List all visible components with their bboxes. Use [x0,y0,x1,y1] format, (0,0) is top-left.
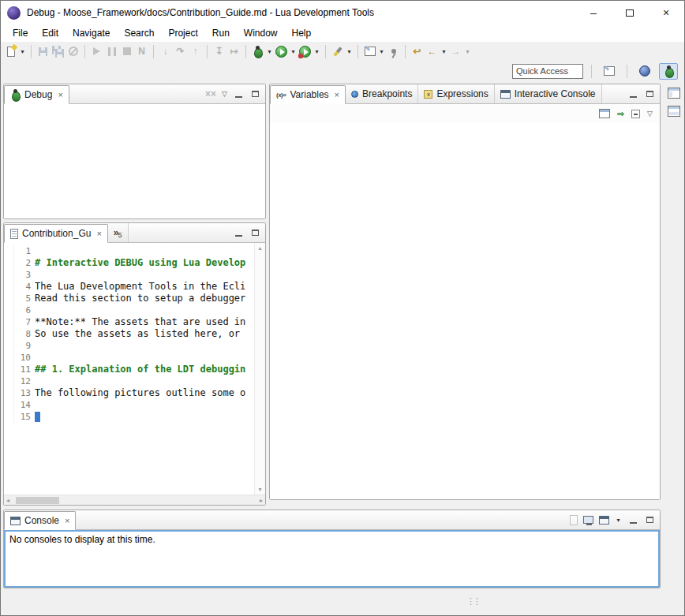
editor-line[interactable]: 3 [4,269,254,281]
editor-line[interactable]: 1 [4,245,254,257]
debug-view-content[interactable] [4,104,265,218]
editor-line[interactable]: 8So use the assets as listed here, or [4,328,254,340]
editor-line[interactable]: 4The Lua Development Tools in the Ecli [4,281,254,293]
editor-maximize-button[interactable] [249,227,260,238]
editor-content[interactable]: 1 2# Interactive DEBUG using Lua Develop… [4,243,265,505]
editor-tab-close-icon[interactable]: × [96,229,101,238]
tab-breakpoints[interactable]: Breakpoints [346,84,418,103]
menu-file[interactable]: File [6,26,35,40]
scrollbar-thumb[interactable] [16,497,59,504]
debug-perspective-button[interactable] [659,63,678,80]
external-tools-button[interactable] [298,44,312,59]
menu-help[interactable]: Help [285,26,319,40]
hidden-editors-chevron[interactable]: » 5 [108,223,129,242]
scroll-left-icon[interactable]: ◂ [6,497,9,504]
drop-to-frame-button[interactable]: ↧ [212,44,226,59]
variables-view-menu-icon[interactable]: ▽ [647,110,653,118]
quick-access-input[interactable]: Quick Access [512,64,583,79]
terminate-button[interactable] [120,44,133,59]
restore-view-2-icon[interactable] [668,106,680,117]
back-button[interactable]: ← [425,44,439,59]
menu-edit[interactable]: Edit [35,26,66,40]
mark-occurrences-button[interactable] [331,44,344,59]
tab-interactive-console[interactable]: Interactive Console [495,84,602,103]
editor-text-area[interactable]: 1 2# Interactive DEBUG using Lua Develop… [4,245,254,495]
restore-view-1-icon[interactable] [668,88,680,99]
new-wizard-dropdown[interactable]: ▾ [378,48,385,55]
editor-line[interactable]: 10 [4,352,254,364]
tab-console[interactable]: Console × [4,511,76,530]
editor-line[interactable]: 11## 1. Explanation of the LDT debuggin [4,364,254,375]
editor-line[interactable]: 12 [4,375,254,387]
save-button[interactable] [36,44,50,59]
menu-search[interactable]: Search [117,26,161,40]
ldt-perspective-button[interactable] [635,63,654,80]
debug-view-menu-icon[interactable]: ▽ [222,90,227,98]
drag-handle-icon[interactable]: ⋮⋮ [466,596,479,607]
step-filters-button[interactable]: ↦ [227,44,241,59]
open-console-icon[interactable] [599,516,609,525]
editor-line[interactable]: 6 [4,304,254,316]
menu-run[interactable]: Run [205,26,237,40]
debug-button[interactable] [251,44,264,59]
console-tab-close-icon[interactable]: × [65,516,69,525]
save-all-button[interactable] [51,44,65,59]
open-perspective-button[interactable] [600,63,619,80]
open-console-page-icon[interactable] [570,515,578,525]
resume-button[interactable] [90,44,103,59]
suspend-button[interactable] [105,44,118,59]
step-into-button[interactable]: ↓ [159,44,172,59]
new-wizard-button[interactable] [363,44,376,59]
tab-contribution-guide[interactable]: Contribution_Gu × [4,224,108,243]
debug-tab-close-icon[interactable]: × [58,90,62,99]
mark-occurrences-dropdown[interactable]: ▾ [346,48,353,55]
skip-breakpoints-button[interactable] [66,44,80,59]
editor-line[interactable]: 14 [4,399,254,411]
editor-line[interactable]: 9 [4,340,254,352]
console-content[interactable]: No consoles to display at this time. [4,530,660,588]
menu-window[interactable]: Window [237,26,285,40]
close-button[interactable]: × [648,1,684,24]
new-dropdown[interactable]: ▾ [19,48,26,55]
run-button[interactable] [275,44,288,59]
back-dropdown[interactable]: ▾ [440,48,447,55]
menu-project[interactable]: Project [161,26,204,40]
editor-line[interactable]: 2# Interactive DEBUG using Lua Develop [4,257,254,269]
show-logical-structure-icon[interactable] [599,109,610,118]
editor-line[interactable]: 7**Note:** The assets that are used in [4,316,254,328]
debug-maximize-button[interactable] [249,88,260,99]
disconnect-button[interactable]: N [135,44,148,59]
variables-tab-close-icon[interactable]: × [335,90,339,99]
forward-button[interactable]: → [449,44,462,59]
collapse-all-icon[interactable] [631,110,640,118]
external-tools-dropdown[interactable]: ▾ [313,48,320,55]
run-dropdown[interactable]: ▾ [290,48,297,55]
editor-horizontal-scrollbar[interactable]: ◂ ▸ [4,495,265,505]
debug-dropdown[interactable]: ▾ [266,48,273,55]
remove-terminated-icon[interactable]: ×× [205,89,216,99]
display-selected-console-icon[interactable] [583,516,593,524]
tab-debug[interactable]: Debug × [4,85,69,104]
menu-navigate[interactable]: Navigate [66,26,117,40]
console-maximize-button[interactable] [644,514,655,525]
minimize-button[interactable]: – [575,1,612,24]
variables-content[interactable] [270,123,660,499]
editor-vertical-scrollbar[interactable]: ▴ ▾ [254,243,265,495]
step-return-button[interactable]: ↑ [189,44,202,59]
link-with-debug-icon[interactable]: ⇒ [617,109,624,119]
editor-line[interactable]: 15 [4,411,254,423]
tab-variables[interactable]: (x)= Variables × [270,85,346,104]
editor-line[interactable]: 13The following pictures outline some o [4,387,254,399]
forward-dropdown[interactable]: ▾ [464,48,471,55]
scroll-down-icon[interactable]: ▾ [258,486,261,493]
tab-expressions[interactable]: x Expressions [418,84,494,103]
editor-minimize-button[interactable] [233,227,244,238]
open-console-dropdown[interactable]: ▾ [615,517,622,524]
step-over-button[interactable]: ↷ [174,44,187,59]
editor-line[interactable]: 5Read this section to setup a debugger [4,293,254,304]
variables-minimize-button[interactable] [627,88,638,99]
maximize-button[interactable] [612,1,648,24]
last-edit-location-button[interactable]: ↩ [410,44,424,59]
console-minimize-button[interactable] [627,514,638,525]
scroll-right-icon[interactable]: ▸ [260,497,263,504]
